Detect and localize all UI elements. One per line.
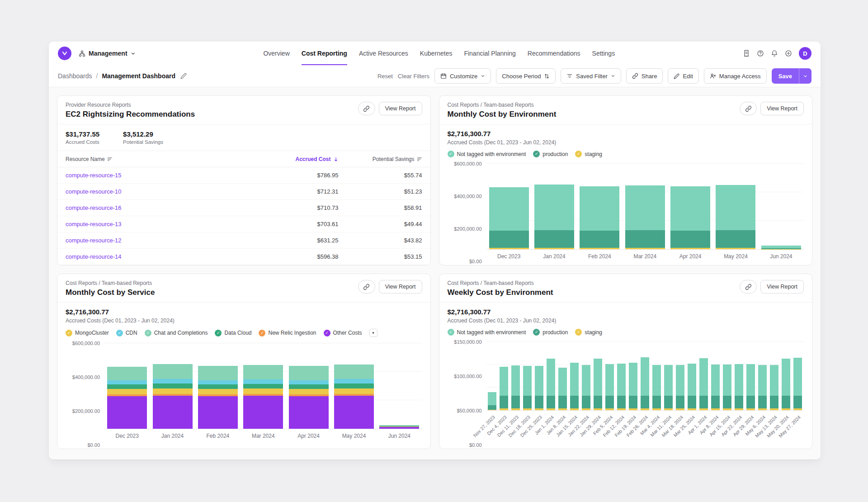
nav-link-financial-planning[interactable]: Financial Planning	[464, 42, 515, 65]
nav-link-active-resources[interactable]: Active Resources	[359, 42, 408, 65]
bar-jan-8-2024[interactable]	[558, 342, 567, 410]
view-report-button[interactable]: View Report	[379, 102, 422, 115]
copy-link-button[interactable]	[358, 280, 375, 294]
bar-jan-1-2024[interactable]	[547, 342, 555, 410]
clear-filters-button[interactable]: Clear Filters	[398, 73, 429, 80]
bar-feb-26-2024[interactable]	[641, 342, 649, 410]
choose-period-button[interactable]: Choose Period	[496, 68, 556, 84]
bar-feb-5-2024[interactable]	[605, 342, 614, 410]
copy-link-button[interactable]	[740, 102, 757, 115]
bar-mar-4-2024[interactable]	[652, 342, 661, 410]
manage-access-button[interactable]: Manage Access	[704, 68, 767, 84]
saved-filter-button[interactable]: Saved Filter	[561, 68, 621, 84]
bar-jan-2024[interactable]	[534, 164, 574, 249]
legend-item-chat-and-completions[interactable]: ✓Chat and Completions	[145, 330, 208, 336]
edit-button[interactable]: Edit	[668, 68, 698, 84]
breadcrumb-dashboards[interactable]: Dashboards	[58, 72, 92, 80]
bar-may-2024[interactable]	[716, 164, 755, 249]
reset-button[interactable]: Reset	[377, 73, 393, 80]
nav-link-cost-reporting[interactable]: Cost Reporting	[302, 42, 347, 65]
share-button[interactable]: Share	[626, 68, 663, 84]
save-button[interactable]: Save	[772, 68, 799, 84]
bar-dec-11-2023[interactable]	[511, 342, 520, 410]
workspace-selector[interactable]: Management	[79, 50, 136, 57]
bar-may-6-2024[interactable]	[758, 342, 767, 410]
add-button[interactable]	[785, 50, 792, 57]
bar-feb-2024[interactable]	[580, 164, 619, 249]
bar-jan-15-2024[interactable]	[570, 342, 579, 410]
bar-may-13-2024[interactable]	[770, 342, 778, 410]
legend-item-staging[interactable]: ✓staging	[575, 329, 602, 336]
table-row[interactable]: compute-resource-12$631.25$43.82	[57, 232, 430, 249]
resource-name-link[interactable]: compute-resource-12	[66, 237, 257, 244]
legend-item-not-tagged-with-environment[interactable]: ✓Not tagged with environment	[448, 151, 526, 157]
notifications-button[interactable]	[771, 50, 778, 57]
table-row[interactable]: compute-resource-15$786.95$55.74	[57, 167, 430, 184]
bar-may-27-2024[interactable]	[793, 342, 802, 410]
bar-feb-12-2024[interactable]	[617, 342, 626, 410]
bar-apr-22-2024[interactable]	[735, 342, 743, 410]
bar-mar-2024[interactable]	[243, 343, 283, 429]
legend-item-production[interactable]: ✓production	[533, 151, 568, 157]
view-report-button[interactable]: View Report	[760, 102, 804, 115]
help-button[interactable]	[757, 50, 764, 57]
bar-mar-2024[interactable]	[625, 164, 665, 249]
bar-dec-4-2023[interactable]	[500, 342, 508, 410]
table-row[interactable]: compute-resource-16$710.73$58.91	[57, 200, 430, 216]
bar-apr-2024[interactable]	[670, 164, 710, 249]
resource-name-link[interactable]: compute-resource-15	[66, 172, 257, 179]
bar-apr-8-2024[interactable]	[711, 342, 720, 410]
legend-item-not-tagged-with-environment[interactable]: ✓Not tagged with environment	[448, 329, 526, 336]
nav-link-settings[interactable]: Settings	[592, 42, 615, 65]
resource-name-link[interactable]: compute-resource-14	[66, 253, 257, 260]
view-report-button[interactable]: View Report	[760, 280, 804, 294]
avatar[interactable]: D	[799, 47, 811, 60]
bar-jun-2024[interactable]	[379, 343, 419, 429]
nav-link-overview[interactable]: Overview	[263, 42, 289, 65]
legend-item-other-costs[interactable]: ✓Other Costs	[324, 330, 362, 336]
bar-jun-2024[interactable]	[761, 164, 801, 249]
customize-button[interactable]: Customize	[434, 68, 491, 84]
bar-may-2024[interactable]	[334, 343, 374, 429]
bar-dec-25-2023[interactable]	[535, 342, 543, 410]
bar-mar-25-2024[interactable]	[688, 342, 696, 410]
bar-dec-18-2023[interactable]	[523, 342, 532, 410]
copy-link-button[interactable]	[740, 280, 757, 294]
legend-item-new-relic-ingestion[interactable]: ✓New Relic Ingestion	[259, 330, 316, 336]
bar-feb-19-2024[interactable]	[629, 342, 637, 410]
bar-may-20-2024[interactable]	[782, 342, 790, 410]
bar-apr-29-2024[interactable]	[746, 342, 755, 410]
legend-item-mongocluster[interactable]: ✓MongoCluster	[66, 330, 109, 336]
legend-item-data-cloud[interactable]: ✓Data Cloud	[215, 330, 251, 336]
bar-apr-1-2024[interactable]	[699, 342, 708, 410]
bar-mar-18-2024[interactable]	[676, 342, 684, 410]
billing-button[interactable]	[743, 50, 750, 57]
table-row[interactable]: compute-resource-14$596.38$53.15	[57, 249, 430, 265]
table-row[interactable]: compute-resource-10$712.31$51.23	[57, 184, 430, 200]
legend-item-production[interactable]: ✓production	[533, 329, 568, 336]
column-resource-name[interactable]: Resource Name	[66, 156, 257, 162]
resource-name-link[interactable]: compute-resource-10	[66, 188, 257, 195]
bar-jan-2024[interactable]	[153, 343, 193, 429]
save-options-button[interactable]	[799, 68, 811, 84]
column-accrued-cost[interactable]: Accrued Cost	[257, 156, 339, 162]
bar-apr-15-2024[interactable]	[723, 342, 731, 410]
resource-name-link[interactable]: compute-resource-13	[66, 221, 257, 227]
copy-link-button[interactable]	[358, 102, 375, 115]
table-row[interactable]: compute-resource-13$703.61$49.44	[57, 216, 430, 232]
nav-link-recommendations[interactable]: Recommendations	[528, 42, 580, 65]
bar-mar-11-2024[interactable]	[664, 342, 673, 410]
legend-more-button[interactable]: ▾	[369, 329, 377, 337]
view-report-button[interactable]: View Report	[379, 280, 422, 294]
bar-feb-2024[interactable]	[198, 343, 238, 429]
bar-dec-2023[interactable]	[107, 343, 147, 429]
resource-name-link[interactable]: compute-resource-16	[66, 204, 257, 211]
column-potential-savings[interactable]: Potential Savings	[339, 156, 422, 162]
app-logo[interactable]	[58, 47, 71, 60]
legend-item-cdn[interactable]: ✓CDN	[116, 330, 137, 336]
bar-apr-2024[interactable]	[289, 343, 329, 429]
nav-link-kubernetes[interactable]: Kubernetes	[420, 42, 453, 65]
legend-item-staging[interactable]: ✓staging	[575, 151, 602, 157]
bar-jan-29-2024[interactable]	[594, 342, 602, 410]
bar-jan-22-2024[interactable]	[582, 342, 590, 410]
